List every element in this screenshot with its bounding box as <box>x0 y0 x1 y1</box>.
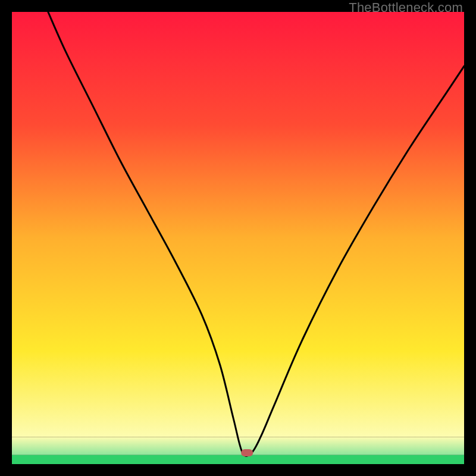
min-marker <box>241 449 253 456</box>
svg-rect-5 <box>241 449 253 456</box>
svg-rect-4 <box>12 455 464 464</box>
svg-rect-1 <box>12 125 464 351</box>
chart-svg <box>12 12 464 464</box>
svg-rect-0 <box>12 12 464 125</box>
svg-rect-2 <box>12 351 464 437</box>
chart-frame: TheBottleneck.com <box>0 0 476 476</box>
plot-area <box>12 12 464 464</box>
